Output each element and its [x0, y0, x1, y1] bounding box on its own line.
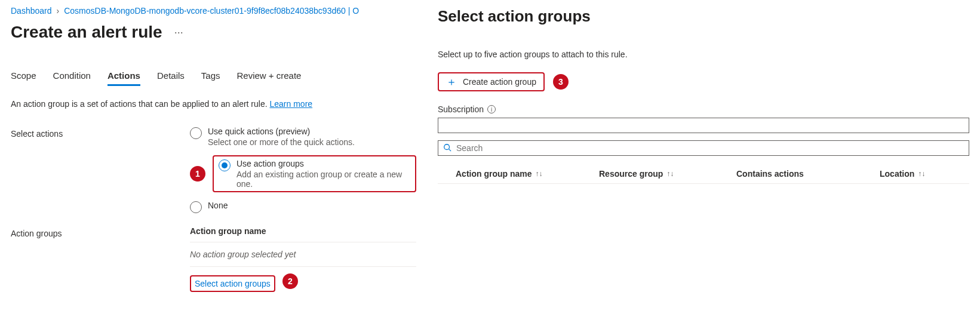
sort-icon: ↑↓ — [918, 170, 925, 178]
radio-label: Use action groups — [236, 159, 410, 168]
plus-icon: ＋ — [446, 76, 457, 87]
page-title: Create an alert rule — [11, 23, 162, 42]
breadcrumb: Dashboard › CosmosDB-MongoDB-mongodb-vco… — [11, 6, 416, 16]
select-actions-radio-group: Use quick actions (preview) Select one o… — [190, 127, 416, 213]
panel-title: Select action groups — [438, 7, 969, 26]
wizard-tabs: Scope Condition Actions Details Tags Rev… — [11, 70, 416, 86]
main-content-panel: Dashboard › CosmosDB-MongoDB-mongodb-vco… — [0, 0, 427, 329]
breadcrumb-separator: › — [57, 6, 60, 16]
breadcrumb-resource[interactable]: CosmosDB-MongoDB-mongodb-vcore-cluster01… — [64, 6, 359, 16]
radio-icon[interactable] — [219, 159, 231, 171]
radio-icon[interactable] — [190, 127, 202, 139]
breadcrumb-dashboard[interactable]: Dashboard — [11, 6, 52, 16]
radio-sublabel: Select one or more of the quick actions. — [208, 137, 355, 147]
radio-icon[interactable] — [190, 201, 202, 213]
action-groups-table-header: Action group name ↑↓ Resource group ↑↓ C… — [438, 164, 969, 184]
tab-actions[interactable]: Actions — [107, 70, 140, 86]
annotation-callout-1: 1 — [190, 166, 205, 182]
radio-sublabel: Add an existing action group or create a… — [236, 170, 410, 189]
tab-condition[interactable]: Condition — [53, 70, 91, 86]
tab-description: An action group is a set of actions that… — [11, 99, 416, 109]
tab-review-create[interactable]: Review + create — [237, 70, 302, 86]
col-action-group-name[interactable]: Action group name ↑↓ — [456, 169, 575, 179]
select-actions-label: Select actions — [11, 127, 190, 139]
create-action-group-button[interactable]: ＋ Create action group — [438, 72, 545, 91]
action-group-empty-text: No action group selected yet — [190, 242, 416, 267]
action-group-name-header: Action group name — [190, 226, 416, 242]
search-box[interactable] — [438, 140, 969, 156]
radio-use-action-groups[interactable]: Use action groups Add an existing action… — [219, 159, 410, 189]
radio-quick-actions[interactable]: Use quick actions (preview) Select one o… — [190, 127, 416, 147]
tab-tags[interactable]: Tags — [201, 70, 220, 86]
col-contains-actions[interactable]: Contains actions — [736, 169, 856, 179]
more-actions-icon[interactable]: ··· — [174, 26, 183, 39]
search-icon — [443, 143, 451, 153]
learn-more-link[interactable]: Learn more — [270, 99, 313, 109]
panel-description: Select up to five action groups to attac… — [438, 50, 969, 59]
col-resource-group[interactable]: Resource group ↑↓ — [599, 169, 712, 179]
subscription-label: Subscription i — [438, 104, 969, 114]
subscription-input[interactable] — [438, 118, 969, 133]
info-icon[interactable]: i — [487, 105, 496, 113]
select-action-groups-link[interactable]: Select action groups — [190, 275, 275, 292]
tab-scope[interactable]: Scope — [11, 70, 36, 86]
radio-label: None — [208, 201, 228, 210]
sort-icon: ↑↓ — [536, 170, 543, 178]
search-input[interactable] — [456, 143, 964, 153]
create-action-group-label: Create action group — [463, 77, 536, 87]
select-action-groups-panel: Select action groups Select up to five a… — [427, 0, 980, 329]
action-groups-label: Action groups — [11, 226, 190, 238]
annotation-callout-3: 3 — [553, 74, 569, 90]
svg-point-0 — [444, 144, 450, 149]
svg-line-1 — [449, 149, 451, 151]
col-location[interactable]: Location ↑↓ — [880, 169, 951, 179]
annotation-callout-2: 2 — [282, 273, 298, 289]
radio-none[interactable]: None — [190, 201, 416, 213]
tab-details[interactable]: Details — [157, 70, 185, 86]
sort-icon: ↑↓ — [666, 170, 674, 178]
radio-label: Use quick actions (preview) — [208, 127, 355, 136]
